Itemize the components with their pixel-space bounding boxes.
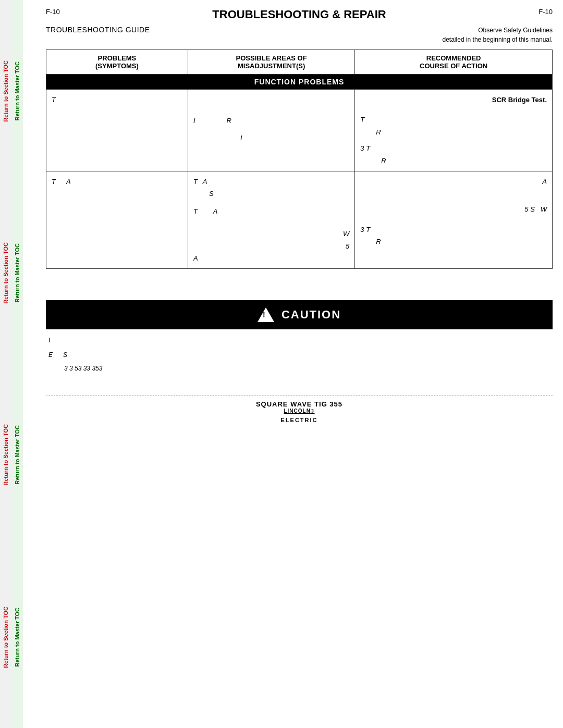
row2-col3-R: R	[376, 238, 381, 245]
row1-col3-R2: R	[381, 157, 386, 165]
row2-col3-A: A	[542, 178, 547, 186]
row1-col2-R: R	[227, 115, 231, 127]
row1-col3-title: SCR Bridge Test.	[360, 94, 547, 106]
return-section-toc-2[interactable]: Return to Section TOC	[3, 242, 9, 304]
page-num-right: F-10	[538, 8, 553, 16]
row1-col2-I2: I	[240, 134, 242, 142]
return-master-toc-3[interactable]: Return to Master TOC	[14, 425, 20, 484]
caution-S: S	[63, 349, 67, 361]
row1-col3-T: T	[360, 114, 364, 126]
caution-line2-row: E S	[48, 349, 550, 361]
table-row-2: T A T A S T A	[46, 171, 553, 268]
row1-col3-3T: 3 T	[360, 142, 370, 154]
footer-product: SQUARE WAVE TIG 355	[46, 400, 553, 408]
page-num-left: F-10	[46, 8, 60, 16]
page-header: F-10 TROUBLESHOOTING & REPAIR F-10	[46, 8, 553, 21]
safety-line1: Observe Safety Guidelines	[443, 26, 553, 35]
page-footer: SQUARE WAVE TIG 355 LINCOLN® ELECTRIC	[46, 396, 553, 423]
caution-section: CAUTION I E S 3 3 53 33 353	[46, 300, 553, 374]
row2-col3: A 5 S W 3 T R	[355, 171, 553, 268]
side-bars: Return to Section TOC Return to Master T…	[0, 0, 35, 728]
row1-col1-text: T	[52, 96, 56, 104]
caution-E: E	[48, 349, 53, 361]
table-row-1: T I R I SCR Bridge Test. T	[46, 90, 553, 171]
row2-col2-S: S	[209, 190, 214, 198]
caution-box: CAUTION	[46, 300, 553, 329]
guide-title: TROUBLESHOOTING GUIDE	[46, 26, 150, 34]
row2-col3-5S: 5 S	[524, 205, 535, 213]
footer-brand: LINCOLN®	[46, 408, 553, 417]
function-problems-row: FUNCTION PROBLEMS	[46, 75, 553, 90]
footer-reg: ®	[311, 409, 315, 414]
row2-col2-5: 5	[346, 242, 349, 250]
return-master-toc-1[interactable]: Return to Master TOC	[14, 61, 20, 120]
troubleshoot-table: PROBLEMS (SYMPTOMS) POSSIBLE AREAS OF MI…	[46, 50, 553, 269]
row2-col3-W: W	[541, 205, 547, 213]
row1-col2: I R I	[188, 90, 354, 171]
row2-col1: T A	[46, 171, 188, 268]
caution-label: CAUTION	[282, 308, 341, 322]
return-section-toc-4[interactable]: Return to Section TOC	[3, 607, 9, 668]
col-header-misadj: POSSIBLE AREAS OF MISADJUSTMENT(S)	[188, 50, 354, 75]
footer-sub: ELECTRIC	[46, 417, 553, 423]
caution-text: I E S 3 3 53 33 353	[46, 335, 553, 374]
caution-line3: 3 3 53 33 353	[64, 363, 550, 375]
row2-col3-3T: 3 T	[360, 226, 370, 233]
row2-col1-T: T	[52, 176, 56, 188]
row2-col1-A: A	[66, 176, 71, 188]
col-header-problems: PROBLEMS (SYMPTOMS)	[46, 50, 188, 75]
function-problems-label: FUNCTION PROBLEMS	[46, 75, 553, 90]
return-master-toc-4[interactable]: Return to Master TOC	[14, 608, 20, 667]
col-header-action: RECOMMENDED COURSE OF ACTION	[355, 50, 553, 75]
row1-col1: T	[46, 90, 188, 171]
row2-col2-T: T	[193, 176, 198, 188]
safety-note: Observe Safety Guidelines detailed in th…	[443, 26, 553, 44]
row2-col2-A3: A	[193, 254, 198, 262]
row1-col3: SCR Bridge Test. T R 3 T R	[355, 90, 553, 171]
return-section-toc-1[interactable]: Return to Section TOC	[3, 60, 9, 122]
row2-col2-A2: A	[213, 205, 218, 217]
row1-col2-I: I	[193, 115, 195, 127]
return-master-toc-2[interactable]: Return to Master TOC	[14, 243, 20, 302]
row2-col2: T A S T A W 5	[188, 171, 354, 268]
main-content: F-10 TROUBLESHOOTING & REPAIR F-10 TROUB…	[35, 0, 563, 434]
caution-line1: I	[48, 335, 550, 347]
page-title: TROUBLESHOOTING & REPAIR	[60, 8, 539, 21]
row2-col2-A1: A	[203, 176, 207, 188]
return-section-toc-3[interactable]: Return to Section TOC	[3, 424, 9, 486]
guide-header: TROUBLESHOOTING GUIDE Observe Safety Gui…	[46, 26, 553, 44]
row1-col3-R1: R	[376, 128, 381, 136]
caution-triangle-icon	[258, 307, 274, 322]
row2-col2-W: W	[343, 230, 349, 238]
safety-line2: detailed in the beginning of this manual…	[443, 35, 553, 44]
row2-col2-T2: T	[193, 205, 198, 217]
